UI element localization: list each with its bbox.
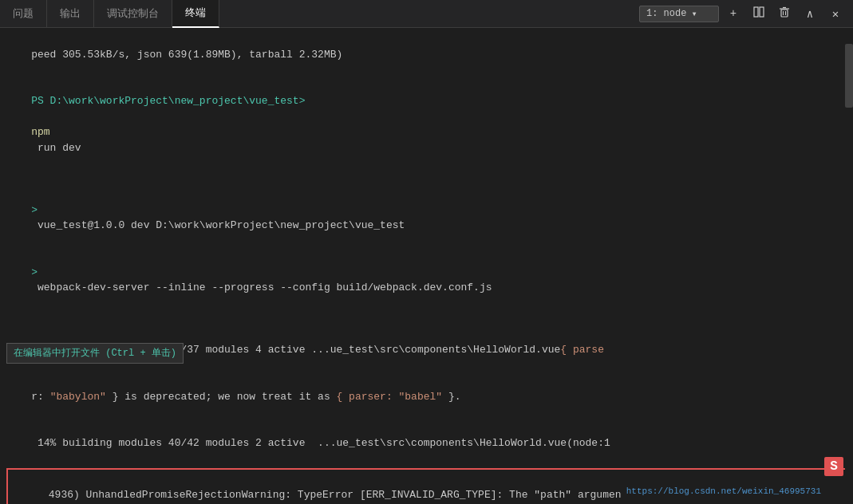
chevron-down-icon: ▾	[691, 8, 697, 20]
tooltip-text: 在编辑器中打开文件 (Ctrl + 单击)	[14, 348, 176, 359]
plus-icon: +	[730, 7, 737, 20]
scrollbar-thumb[interactable]	[845, 44, 853, 108]
svg-rect-2	[781, 10, 788, 17]
split-icon	[753, 6, 764, 21]
add-terminal-button[interactable]: +	[722, 5, 744, 22]
terminal-line-8: r: "babylon" } is deprecated; we now tre…	[6, 373, 847, 420]
csdn-watermark: S	[824, 457, 843, 476]
csdn-logo: S	[824, 457, 843, 476]
tab-problems-label: 问题	[13, 6, 34, 21]
node-selector[interactable]: 1: node ▾	[639, 6, 719, 22]
tab-terminal[interactable]: 终端	[172, 0, 219, 28]
tab-output[interactable]: 输出	[47, 0, 94, 28]
svg-rect-0	[754, 7, 758, 17]
terminal-line-4: > vue_test@1.0.0 dev D:\work\workProject…	[6, 187, 847, 249]
chevron-up-icon: ∧	[807, 7, 813, 21]
tab-debug[interactable]: 调试控制台	[94, 0, 172, 28]
collapse-panel-button[interactable]: ∧	[799, 5, 821, 22]
trash-icon	[779, 6, 790, 21]
close-icon: ✕	[832, 7, 839, 21]
terminal-line-5: > webpack-dev-server --inline --progress…	[6, 249, 847, 311]
delete-terminal-button[interactable]	[773, 5, 796, 22]
close-panel-button[interactable]: ✕	[824, 5, 847, 22]
svg-rect-1	[760, 7, 764, 17]
terminal-line-1: peed 305.53kB/s, json 639(1.89MB), tarba…	[6, 31, 847, 78]
terminal-line-9: 14% building modules 40/42 modules 2 act…	[6, 420, 847, 467]
tab-bar: 问题 输出 调试控制台 终端 1: node ▾ +	[0, 0, 853, 28]
tab-terminal-label: 终端	[185, 6, 206, 20]
tab-controls: 1: node ▾ +	[639, 5, 853, 22]
terminal-line-2: PS D:\work\workProject\new_project\vue_t…	[6, 78, 847, 171]
terminal-line-blank-1	[6, 171, 847, 187]
split-terminal-button[interactable]	[748, 5, 770, 22]
tab-problems[interactable]: 问题	[0, 0, 47, 28]
node-selector-label: 1: node	[646, 8, 686, 19]
watermark-url: https://blog.csdn.net/weixin_46995731	[626, 485, 821, 498]
scrollbar[interactable]	[845, 28, 853, 504]
terminal-line-blank-2	[6, 311, 847, 327]
terminal-content: peed 305.53kB/s, json 639(1.89MB), tarba…	[0, 28, 853, 504]
editor-open-tooltip: 在编辑器中打开文件 (Ctrl + 单击)	[6, 343, 184, 364]
tab-debug-label: 调试控制台	[107, 6, 159, 21]
tab-output-label: 输出	[60, 6, 81, 21]
